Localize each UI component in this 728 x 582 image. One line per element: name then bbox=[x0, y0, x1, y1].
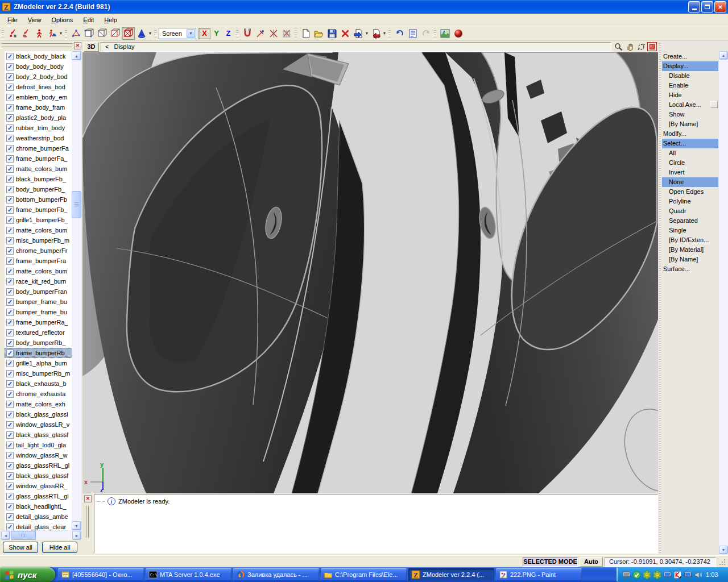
delete-button[interactable] bbox=[338, 27, 351, 40]
scroll-left-icon[interactable]: ◄ bbox=[1, 531, 10, 540]
list-item[interactable]: ✓grille1_bumperFb_ bbox=[5, 215, 81, 225]
checkbox-icon[interactable]: ✓ bbox=[6, 523, 14, 531]
toolbar-grip[interactable] bbox=[2, 28, 4, 39]
taskbar-task[interactable]: C:\Program Files\Ele... bbox=[321, 568, 407, 581]
volume-tray-icon[interactable] bbox=[694, 571, 702, 579]
checkbox-icon[interactable]: ✓ bbox=[6, 462, 14, 469]
taskbar-task[interactable]: ZZModeler ver 2.2.4 (... bbox=[408, 568, 494, 581]
command-display[interactable]: Display... bbox=[662, 61, 718, 71]
command-circle[interactable]: Circle bbox=[662, 158, 718, 168]
list-item[interactable]: ✓frame_bumperRb_ bbox=[5, 348, 81, 358]
checkbox-icon[interactable]: ✓ bbox=[6, 390, 14, 398]
checkbox-icon[interactable]: ✓ bbox=[6, 370, 14, 377]
command-invert[interactable]: Invert bbox=[662, 168, 718, 177]
list-item[interactable]: ✓textured_reflector bbox=[5, 327, 81, 338]
list-item[interactable]: ✓defrost_lines_bod bbox=[5, 82, 81, 92]
list-item[interactable]: ✓window_glassRR_ bbox=[5, 481, 81, 491]
list-item[interactable]: ✓black_glass_glassf bbox=[5, 471, 81, 481]
maximize-button[interactable] bbox=[701, 1, 713, 13]
checkbox-icon[interactable]: ✓ bbox=[6, 288, 14, 296]
view-wireframe-button[interactable] bbox=[82, 27, 96, 40]
axis-z-button[interactable]: Z bbox=[222, 28, 234, 39]
list-item[interactable]: ✓emblem_body_em bbox=[5, 92, 81, 102]
checkbox-icon[interactable]: ✓ bbox=[6, 114, 14, 122]
snap-grid-button[interactable] bbox=[280, 27, 293, 40]
export-dropdown[interactable]: ▼ bbox=[382, 27, 387, 40]
list-item[interactable]: ✓bumper_frame_bu bbox=[5, 307, 81, 317]
checkbox-icon[interactable]: ✓ bbox=[6, 176, 14, 183]
checkbox-icon[interactable]: ✓ bbox=[6, 63, 14, 70]
list-item[interactable]: ✓weatherstrip_bod bbox=[5, 133, 81, 143]
snap-vertex-button[interactable] bbox=[254, 27, 267, 40]
auto-mode-button[interactable]: Auto bbox=[580, 557, 603, 567]
checkbox-icon[interactable]: ✓ bbox=[6, 298, 14, 306]
list-vertical-scrollbar[interactable]: ▲ ▼ bbox=[72, 51, 81, 530]
list-item[interactable]: ✓body_2_body_bod bbox=[5, 72, 81, 82]
network-tray-icon[interactable] bbox=[684, 571, 692, 579]
view-hiddenline-button[interactable] bbox=[109, 27, 122, 40]
taskbar-task[interactable]: Заливка удалась - ... bbox=[233, 568, 319, 581]
start-button[interactable]: пуск bbox=[0, 567, 55, 582]
back-arrow[interactable]: < bbox=[105, 43, 109, 50]
command-by-material[interactable]: [By Material] bbox=[662, 245, 718, 255]
space-combo[interactable]: Screen ▼ bbox=[159, 28, 196, 39]
checkbox-icon[interactable]: ✓ bbox=[6, 442, 14, 449]
panel-grip[interactable] bbox=[659, 43, 661, 553]
kaspersky-tray-icon[interactable] bbox=[673, 571, 682, 579]
undo-button[interactable] bbox=[393, 27, 406, 40]
command-open-edges[interactable]: Open Edges bbox=[662, 187, 718, 197]
list-horizontal-scrollbar[interactable]: ◄ ► bbox=[1, 531, 81, 540]
list-item[interactable]: ✓black_headlightL_ bbox=[5, 501, 81, 512]
checkbox-icon[interactable]: ✓ bbox=[6, 145, 14, 152]
texture-browser-button[interactable] bbox=[439, 27, 452, 40]
checkbox-icon[interactable]: ✓ bbox=[6, 155, 14, 163]
geometry-list[interactable]: ✓black_body_black✓body_body_body✓body_2_… bbox=[5, 51, 81, 530]
checkbox-icon[interactable]: ✓ bbox=[6, 84, 14, 91]
scrollbar-thumb[interactable] bbox=[72, 191, 81, 218]
list-item[interactable]: ✓frame_bumperFra bbox=[5, 256, 81, 266]
command-surface[interactable]: Surface... bbox=[662, 264, 718, 274]
redo-button[interactable] bbox=[419, 27, 432, 40]
checkbox-icon[interactable]: ✓ bbox=[6, 104, 14, 111]
checkbox-icon[interactable]: ✓ bbox=[6, 237, 14, 244]
local-axes-box[interactable] bbox=[710, 101, 718, 108]
commands-scrollbar[interactable]: ▲ ▼ bbox=[719, 51, 728, 554]
list-item[interactable]: ✓frame_bumperFb_ bbox=[5, 205, 81, 215]
list-item[interactable]: ✓body_bumperFb_ bbox=[5, 184, 81, 194]
command-none[interactable]: None bbox=[662, 177, 718, 187]
list-item[interactable]: ✓glass_glassRTL_gl bbox=[5, 491, 81, 501]
list-item[interactable]: ✓body_bumperRb_ bbox=[5, 338, 81, 348]
command-select[interactable]: Select... bbox=[662, 139, 718, 148]
list-item[interactable]: ✓rubber_trim_body bbox=[5, 123, 81, 133]
close-log-button[interactable]: ✕ bbox=[84, 495, 92, 502]
command-show[interactable]: Show bbox=[662, 110, 718, 119]
checkbox-icon[interactable]: ✓ bbox=[6, 206, 14, 214]
checkbox-icon[interactable]: ✓ bbox=[6, 350, 14, 357]
resize-grip[interactable] bbox=[719, 558, 726, 566]
import-dropdown[interactable]: ▼ bbox=[365, 27, 369, 40]
select-vertices-button[interactable] bbox=[6, 27, 19, 40]
scroll-up-icon[interactable]: ▲ bbox=[72, 51, 81, 60]
checkbox-icon[interactable]: ✓ bbox=[6, 483, 14, 490]
checkbox-icon[interactable]: ✓ bbox=[6, 247, 14, 255]
checkbox-icon[interactable]: ✓ bbox=[6, 196, 14, 203]
checkbox-icon[interactable]: ✓ bbox=[6, 329, 14, 336]
orbit-tool-button[interactable] bbox=[636, 42, 646, 52]
checkbox-icon[interactable]: ✓ bbox=[6, 278, 14, 285]
export-button[interactable] bbox=[369, 27, 382, 40]
list-item[interactable]: ✓bumper_frame_bu bbox=[5, 297, 81, 307]
command-quadr[interactable]: Quadr bbox=[662, 206, 718, 216]
toolbar-grip[interactable] bbox=[65, 28, 67, 39]
update-check-tray-icon[interactable] bbox=[632, 571, 641, 579]
checkbox-icon[interactable]: ✓ bbox=[6, 503, 14, 510]
list-item[interactable]: ✓black_exhausta_b bbox=[5, 379, 81, 389]
list-item[interactable]: ✓race_kit_red_bum bbox=[5, 276, 81, 286]
checkbox-icon[interactable]: ✓ bbox=[6, 309, 14, 316]
checkbox-icon[interactable]: ✓ bbox=[6, 431, 14, 439]
list-item[interactable]: ✓chrome_bumperFa bbox=[5, 143, 81, 153]
command-polyline[interactable]: Polyline bbox=[662, 197, 718, 206]
menu-options[interactable]: Options bbox=[46, 15, 78, 25]
list-item[interactable]: ✓detail_glass_ambe bbox=[5, 512, 81, 522]
import-button[interactable] bbox=[351, 27, 365, 40]
checkbox-icon[interactable]: ✓ bbox=[6, 135, 14, 142]
